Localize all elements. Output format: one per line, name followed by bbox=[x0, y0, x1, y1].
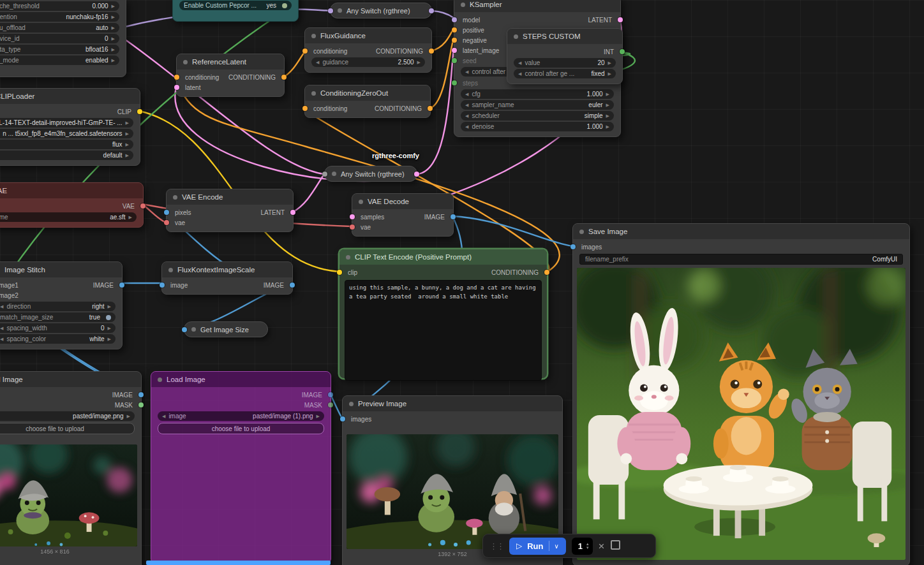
control-after-generate-widget[interactable]: ◀ control after ge ... fixed ▶ bbox=[514, 69, 616, 78]
collapse-dot[interactable] bbox=[173, 195, 177, 200]
cpu-offload-widget[interactable]: ◀ cpu_offload auto ▶ bbox=[0, 23, 119, 33]
steps-input-slot[interactable] bbox=[452, 80, 457, 85]
increment-arrow-icon[interactable]: ▶ bbox=[112, 47, 115, 52]
decrement-arrow-icon[interactable]: ◀ bbox=[316, 60, 319, 65]
combo-arrow-icon[interactable]: ▶ bbox=[126, 121, 129, 126]
images-input-slot[interactable] bbox=[340, 416, 345, 422]
value-widget[interactable]: ◀ value 20 ▶ bbox=[514, 58, 616, 68]
decrement-arrow-icon[interactable]: ◀ bbox=[0, 326, 3, 331]
node-any-switch-top[interactable]: Any Switch (rgthree) bbox=[330, 3, 432, 18]
increment-arrow-icon[interactable]: ▶ bbox=[108, 326, 111, 331]
decrement-arrow-icon[interactable]: ◀ bbox=[465, 124, 468, 129]
decrement-arrow-icon[interactable]: ◀ bbox=[162, 414, 165, 419]
combo-arrow-icon[interactable]: ▶ bbox=[127, 414, 130, 419]
match-image-size-widget[interactable]: match_image_size true bbox=[0, 312, 116, 322]
combo-arrow-icon[interactable]: ▶ bbox=[317, 414, 320, 419]
increment-arrow-icon[interactable]: ▶ bbox=[606, 124, 609, 129]
mask-output-slot[interactable] bbox=[328, 402, 333, 407]
node-flux-guidance[interactable]: FluxGuidance conditioning CONDITIONING ◀… bbox=[304, 27, 432, 73]
node-nunchaku-settings[interactable]: ◀ cache_threshold 0.000 ▶ ◀ attention nu… bbox=[0, 0, 126, 77]
increment-arrow-icon[interactable]: ▶ bbox=[108, 337, 111, 342]
combo-arrow-icon[interactable]: ▶ bbox=[126, 153, 129, 158]
filename-prefix-widget[interactable]: filename_prefix ComfyUI bbox=[579, 254, 903, 265]
increment-arrow-icon[interactable]: ▶ bbox=[606, 114, 609, 119]
conditioning-input-slot[interactable] bbox=[302, 48, 308, 54]
node-conditioning-zero-out[interactable]: ConditioningZeroOut conditioning CONDITI… bbox=[304, 85, 431, 118]
node-vae-encode[interactable]: VAE Encode pixels LATENT vae bbox=[166, 189, 294, 232]
collapse-dot[interactable] bbox=[183, 60, 188, 64]
chevron-down-icon[interactable]: ∨ bbox=[555, 543, 559, 550]
collapse-dot[interactable] bbox=[359, 200, 363, 204]
collapse-dot[interactable] bbox=[349, 402, 354, 406]
cancel-icon[interactable]: × bbox=[599, 541, 605, 552]
negative-input-slot[interactable] bbox=[452, 38, 457, 43]
decrement-arrow-icon[interactable]: ◀ bbox=[518, 71, 521, 77]
node-custom-toggle[interactable]: Enable Custom Pepcor ... yes bbox=[172, 0, 299, 22]
image-output-slot[interactable] bbox=[138, 392, 144, 397]
vae-input-slot[interactable] bbox=[350, 224, 355, 230]
decrement-arrow-icon[interactable]: ◀ bbox=[465, 103, 468, 108]
increment-arrow-icon[interactable]: ▶ bbox=[608, 61, 611, 66]
cache-threshold-widget[interactable]: ◀ cache_threshold 0.000 ▶ bbox=[0, 1, 119, 11]
choose-file-button[interactable]: choose file to upload bbox=[158, 423, 324, 434]
node-load-image-1[interactable]: Load Image IMAGE MASK pasted/image.png ▶… bbox=[0, 371, 142, 565]
collapse-dot[interactable] bbox=[311, 34, 316, 38]
decrement-arrow-icon[interactable]: ◀ bbox=[0, 304, 3, 309]
any-output-slot[interactable] bbox=[429, 8, 434, 13]
sampler-name-widget[interactable]: ◀ sampler_name euler ▶ bbox=[461, 100, 614, 110]
denoise-widget[interactable]: ◀ denoise 1.000 ▶ bbox=[461, 122, 614, 131]
image-input-slot[interactable] bbox=[160, 282, 165, 288]
node-reference-latent[interactable]: ReferenceLatent conditioning CONDITIONIN… bbox=[176, 54, 285, 97]
i2f-mode-widget[interactable]: ◀ i2f_mode enabled ▶ bbox=[0, 55, 119, 65]
device-widget[interactable]: default ▶ bbox=[0, 150, 133, 160]
clip-name2-widget[interactable]: n ... t5xxl_fp8_e4m3fn_scaled.safetensor… bbox=[0, 129, 133, 138]
collapse-dot[interactable] bbox=[158, 378, 162, 382]
spacing-width-widget[interactable]: ◀ spacing_width 0 ▶ bbox=[0, 323, 116, 333]
pixels-input-slot[interactable] bbox=[164, 210, 169, 215]
image-output-slot[interactable] bbox=[451, 214, 456, 219]
cfg-widget[interactable]: ◀ cfg 1.000 ▶ bbox=[461, 89, 614, 99]
run-button[interactable]: ▷ Run ∨ bbox=[509, 538, 566, 555]
choose-file-button[interactable]: choose file to upload bbox=[0, 423, 135, 434]
enable-custom-toggle-widget[interactable]: Enable Custom Pepcor ... yes bbox=[179, 1, 292, 10]
type-widget[interactable]: flux ▶ bbox=[0, 140, 133, 149]
collapse-dot[interactable] bbox=[338, 8, 342, 13]
node-cliploader[interactable]: CLIPLoader CLIP L-14-TEXT-detail-improve… bbox=[0, 88, 140, 166]
decrement-arrow-icon[interactable]: ◀ bbox=[465, 70, 468, 75]
drag-handle-icon[interactable]: ⋮⋮ bbox=[489, 541, 503, 551]
node-get-image-size[interactable]: Get Image Size bbox=[184, 321, 268, 337]
increment-arrow-icon[interactable]: ▶ bbox=[112, 26, 115, 31]
node-vae-loader[interactable]: VAE VAE _name ae.sft ▶ bbox=[0, 182, 144, 228]
collapse-dot[interactable] bbox=[332, 172, 336, 176]
combo-arrow-icon[interactable]: ▶ bbox=[126, 131, 129, 136]
node-graph-canvas[interactable]: ◀ cache_threshold 0.000 ▶ ◀ attention nu… bbox=[0, 0, 924, 565]
increment-arrow-icon[interactable]: ▶ bbox=[417, 60, 421, 65]
node-steps-custom[interactable]: STEPS CUSTOM INT ◀ value 20 ▶ ◀ control … bbox=[507, 28, 623, 84]
increment-arrow-icon[interactable]: ▶ bbox=[606, 92, 609, 97]
node-save-image[interactable]: Save Image images filename_prefix ComfyU… bbox=[572, 223, 910, 565]
increment-arrow-icon[interactable]: ▶ bbox=[112, 15, 115, 20]
image-output-slot[interactable] bbox=[290, 282, 295, 288]
latent-output-slot[interactable] bbox=[618, 17, 623, 22]
node-load-image-2[interactable]: Load Image IMAGE MASK ◀ image pasted/ima… bbox=[151, 371, 331, 564]
guidance-widget[interactable]: ◀ guidance 2.500 ▶ bbox=[311, 57, 425, 67]
image-output-slot[interactable] bbox=[119, 282, 124, 288]
increment-arrow-icon[interactable]: ▶ bbox=[112, 58, 115, 63]
prompt-textarea[interactable]: using this sample, a bunny, a dog and a … bbox=[345, 280, 542, 381]
positive-input-slot[interactable] bbox=[452, 27, 457, 33]
int-output-slot[interactable] bbox=[620, 49, 625, 54]
decrement-arrow-icon[interactable]: ◀ bbox=[518, 61, 521, 66]
combo-arrow-icon[interactable]: ▶ bbox=[129, 215, 132, 220]
caret-down-icon[interactable]: ▾ bbox=[586, 546, 589, 550]
increment-arrow-icon[interactable]: ▶ bbox=[112, 36, 115, 41]
conditioning-input-slot[interactable] bbox=[174, 75, 179, 80]
node-vae-decode[interactable]: VAE Decode samples IMAGE vae bbox=[352, 193, 454, 237]
any-output-slot[interactable] bbox=[414, 172, 419, 177]
node-clip-text-encode[interactable]: CLIP Text Encode (Positive Prompt) clip … bbox=[339, 249, 548, 379]
toggle-dot[interactable] bbox=[106, 315, 111, 320]
collapse-dot[interactable] bbox=[191, 327, 196, 332]
latent-image-input-slot[interactable] bbox=[452, 48, 457, 53]
collapse-dot[interactable] bbox=[311, 91, 316, 96]
vae-input-slot[interactable] bbox=[164, 220, 169, 225]
collapse-dot[interactable] bbox=[514, 34, 518, 39]
